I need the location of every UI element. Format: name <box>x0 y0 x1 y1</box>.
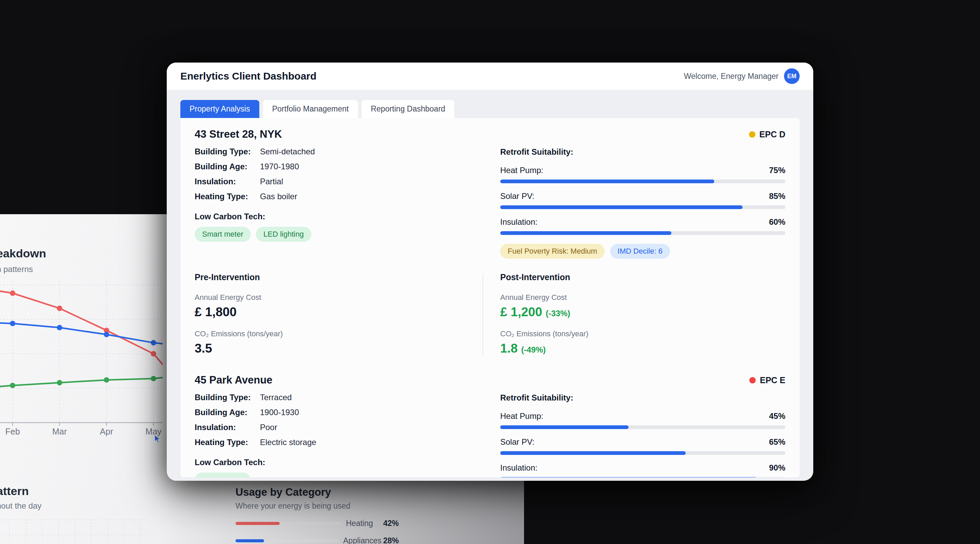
imd-decile-badge: IMD Decile: 6 <box>610 244 670 259</box>
usage-bar-row: Heating 42% <box>235 519 399 528</box>
post-intervention-column: Post-Intervention Annual Energy Cost £ 1… <box>500 272 785 356</box>
detail-row: Building Age: 1970-1980 <box>195 162 480 171</box>
detail-label: Insulation: <box>195 177 260 186</box>
retrofit-row-solar-pv: Solar PV: 85% <box>500 192 785 209</box>
metric-label: Annual Energy Cost <box>195 293 480 302</box>
pre-intervention-column: Pre-Intervention Annual Energy Cost £ 1,… <box>195 272 480 356</box>
progress-track <box>500 205 785 209</box>
co2-delta: (-49%) <box>521 345 546 354</box>
detail-row: Building Type: Terraced <box>195 393 480 402</box>
property-analysis-panel: 43 Street 28, NYK EPC D Building Type: S… <box>180 118 800 477</box>
metric-label: Annual Energy Cost <box>500 293 785 302</box>
user-avatar[interactable]: EM <box>784 68 800 84</box>
usage-bar-row: Appliances 28% <box>235 536 399 544</box>
detail-row: Building Type: Semi-detached <box>195 147 480 156</box>
progress-fill <box>500 477 757 477</box>
usage-bar-label: Heating <box>346 519 381 528</box>
usage-bar-value: 28% <box>382 536 399 544</box>
retrofit-column: Retrofit Suitability: Heat Pump: 45% Sol… <box>500 393 785 477</box>
usage-bar-value: 42% <box>381 519 399 528</box>
background-line-chart: FebMarAprMay <box>0 272 163 442</box>
property-name: 45 Park Avenue <box>195 374 272 386</box>
tag-led-lighting: LED lighting <box>256 227 311 242</box>
annual-energy-cost-metric: Annual Energy Cost £ 1,200 (-33%) <box>500 293 785 319</box>
detail-row: Insulation: Partial <box>195 177 480 186</box>
pattern-subtitle-fragment: hout the day <box>0 501 160 511</box>
metric-label: CO₂ Emissions (tons/year) <box>195 330 480 338</box>
metric-label: CO₂ Emissions (tons/year) <box>500 330 785 338</box>
property-header: 43 Street 28, NYK EPC D <box>195 127 785 140</box>
metric-value: £ 1,800 <box>195 305 480 319</box>
enerlytics-dashboard-modal: Enerlytics Client Dashboard Welcome, Ene… <box>167 63 813 481</box>
epc-dot-icon <box>749 377 756 384</box>
detail-label: Heating Type: <box>195 192 260 201</box>
retrofit-row-heat-pump: Heat Pump: 75% <box>500 166 785 183</box>
background-pattern-section: attern hout the day <box>0 484 160 544</box>
low-carbon-tech-label: Low Carbon Tech: <box>195 458 480 467</box>
pre-intervention-heading: Pre-Intervention <box>195 272 480 282</box>
usage-bar-fill-heating <box>235 522 280 525</box>
progress-track <box>500 231 785 235</box>
property-card-2: 45 Park Avenue EPC E Building Type: Terr… <box>195 373 785 477</box>
property-columns: Building Type: Terraced Building Age: 19… <box>195 393 785 477</box>
usage-by-category-section: Usage by Category Where your energy is b… <box>235 486 399 544</box>
detail-row: Heating Type: Electric storage <box>195 438 480 447</box>
progress-track <box>500 179 785 183</box>
usage-title: Usage by Category <box>235 486 399 498</box>
x-axis-label: Feb <box>5 427 20 436</box>
tag-smart-meter: Smart meter <box>195 473 251 477</box>
tab-reporting-dashboard[interactable]: Reporting Dashboard <box>362 100 455 118</box>
detail-row: Building Age: 1900-1930 <box>195 408 480 417</box>
epc-dot-icon <box>749 131 756 138</box>
progress-track <box>500 451 785 455</box>
detail-value: Gas boiler <box>260 192 297 201</box>
detail-label: Building Type: <box>195 393 260 402</box>
retrofit-percent: 60% <box>769 217 785 227</box>
detail-value: 1970-1980 <box>260 162 299 171</box>
background-chart-title-fragment: eakdown <box>0 247 46 260</box>
epc-label: EPC D <box>759 130 785 140</box>
usage-bar-track <box>235 522 340 525</box>
detail-value: Electric storage <box>260 438 316 447</box>
retrofit-percent: 85% <box>769 192 785 201</box>
tab-property-analysis[interactable]: Property Analysis <box>180 100 259 118</box>
tab-portfolio-management[interactable]: Portfolio Management <box>263 100 358 118</box>
tag-smart-meter: Smart meter <box>195 227 251 242</box>
metric-value: 3.5 <box>195 341 480 356</box>
retrofit-row-heat-pump: Heat Pump: 45% <box>500 411 785 429</box>
epc-rating-badge: EPC E <box>749 375 785 385</box>
building-details-column: Building Type: Semi-detached Building Ag… <box>195 147 480 259</box>
retrofit-percent: 90% <box>769 463 785 473</box>
dashed-grid <box>0 520 146 544</box>
welcome-text: Welcome, Energy Manager <box>684 72 778 81</box>
low-carbon-tags: Smart meter LED lighting <box>195 227 480 242</box>
detail-label: Building Age: <box>195 162 260 171</box>
pattern-title-fragment: attern <box>0 484 160 498</box>
epc-rating-badge: EPC D <box>749 130 785 140</box>
retrofit-label: Solar PV: <box>500 192 535 201</box>
detail-row: Insulation: Poor <box>195 423 480 432</box>
property-columns: Building Type: Semi-detached Building Ag… <box>195 147 785 259</box>
detail-label: Heating Type: <box>195 438 260 447</box>
detail-value: 1900-1930 <box>260 408 299 417</box>
user-area: Welcome, Energy Manager EM <box>684 68 800 84</box>
detail-value: Semi-detached <box>260 147 315 156</box>
retrofit-label: Heat Pump: <box>500 411 543 421</box>
co2-emissions-metric: CO₂ Emissions (tons/year) 3.5 <box>195 330 480 356</box>
retrofit-column: Retrofit Suitability: Heat Pump: 75% Sol… <box>500 147 785 259</box>
usage-bar-label: Appliances <box>343 536 382 544</box>
usage-bar-track <box>235 539 338 542</box>
retrofit-row-insulation: Insulation: 90% <box>500 463 785 477</box>
risk-badges: Fuel Poverty Risk: Medium IMD Decile: 6 <box>500 244 785 259</box>
cost-delta: (-33%) <box>546 309 570 318</box>
retrofit-percent: 75% <box>769 166 785 175</box>
progress-fill <box>500 231 671 235</box>
progress-track <box>500 425 785 429</box>
co2-emissions-metric: CO₂ Emissions (tons/year) 1.8 (-49%) <box>500 330 785 356</box>
retrofit-heading: Retrofit Suitability: <box>500 147 785 157</box>
x-axis-label: Mar <box>52 427 67 436</box>
retrofit-label: Insulation: <box>500 217 537 227</box>
property-card-1: 43 Street 28, NYK EPC D Building Type: S… <box>195 127 785 356</box>
usage-subtitle: Where your energy is being used <box>235 501 399 511</box>
detail-label: Building Age: <box>195 408 260 417</box>
